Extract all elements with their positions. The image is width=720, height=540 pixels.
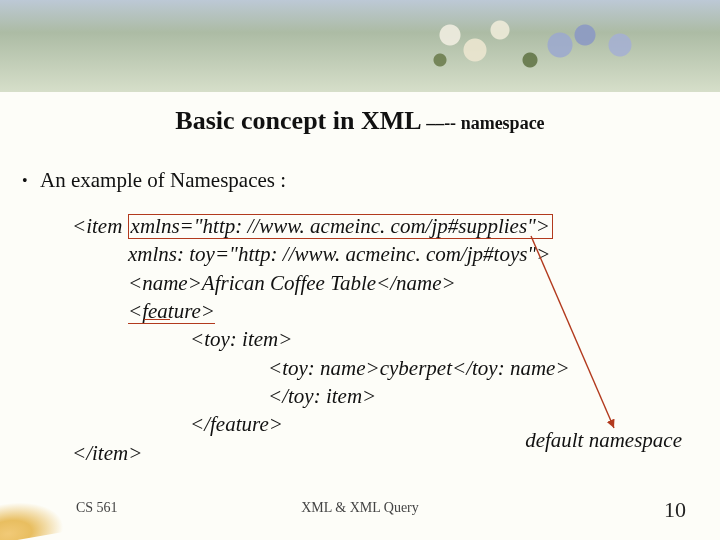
xml-feature-open: <feature> (128, 299, 215, 324)
slide-footer: CS 561 XML & XML Query 10 (0, 500, 720, 520)
bullet-example: An example of Namespaces : (40, 168, 286, 193)
xml-line-1: <item xmlns="http: //www. acmeinc. com/j… (72, 212, 570, 240)
footer-title: XML & XML Query (301, 500, 419, 516)
title-main: Basic concept in XML (175, 106, 421, 135)
slide-title: Basic concept in XML ––-- namespace (0, 106, 720, 136)
xml-line-8: </feature> (190, 410, 570, 438)
xml-line-3: <name>African Coffee Table</name> (128, 269, 570, 297)
title-dash: ––-- (422, 113, 461, 133)
footer-course: CS 561 (76, 500, 118, 516)
xml-line-2: xmlns: toy="http: //www. acmeinc. com/jp… (128, 240, 570, 268)
xml-line-7: </toy: item> (268, 382, 570, 410)
slide-header-flowers (420, 5, 680, 85)
title-sub: namespace (461, 113, 545, 133)
xml-line-6: <toy: name>cyberpet</toy: name> (268, 354, 570, 382)
xml-line-4: <feature> (128, 297, 570, 325)
xml-item-open: <item (72, 214, 128, 238)
xml-toy-item-open: <toy: item> (190, 325, 292, 353)
underline-marker (144, 319, 170, 320)
xml-code-block: <item xmlns="http: //www. acmeinc. com/j… (72, 212, 570, 467)
footer-page-number: 10 (664, 497, 686, 523)
xml-line-9: </item> (72, 439, 570, 467)
default-namespace-label: default namespace (525, 428, 682, 453)
xml-default-ns-decl: xmlns="http: //www. acmeinc. com/jp#supp… (128, 214, 553, 239)
xml-line-5: <toy: item> (72, 325, 570, 353)
